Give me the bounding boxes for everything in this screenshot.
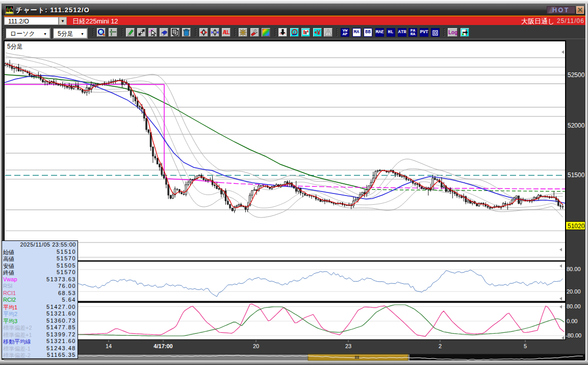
svg-text:52000: 52000 [568, 122, 585, 129]
svg-text:51020: 51020 [568, 223, 585, 230]
svg-text:14: 14 [106, 343, 112, 349]
svg-text:20: 20 [253, 343, 259, 349]
svg-text:80.00: 80.00 [567, 303, 581, 309]
svg-text:2: 2 [439, 343, 442, 349]
svg-text:51500: 51500 [568, 172, 585, 179]
svg-text:¥: ¥ [317, 29, 320, 36]
svg-text:0.00: 0.00 [567, 318, 577, 324]
svg-text:23: 23 [345, 343, 351, 349]
svg-text:4/17:00: 4/17:00 [154, 343, 172, 349]
svg-text:5: 5 [524, 343, 527, 349]
svg-text:ALL: ALL [223, 30, 230, 35]
svg-text:52500: 52500 [568, 71, 585, 79]
svg-text:20.00: 20.00 [567, 288, 581, 295]
svg-text:-80.00: -80.00 [566, 332, 581, 338]
svg-text:80.00: 80.00 [567, 266, 581, 272]
svg-text:5分足: 5分足 [7, 43, 23, 50]
